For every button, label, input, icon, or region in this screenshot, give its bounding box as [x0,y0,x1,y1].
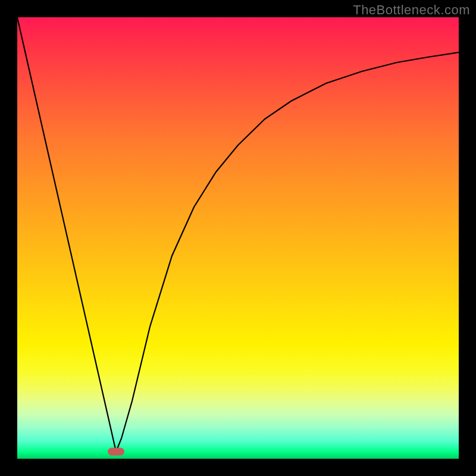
bottleneck-curve [17,17,459,459]
curve-left-segment [17,17,116,452]
optimal-marker [108,448,124,456]
plot-area [17,17,459,459]
outer-frame: TheBottleneck.com [0,0,476,476]
curve-right-segment [116,52,459,452]
watermark-text: TheBottleneck.com [353,2,470,18]
